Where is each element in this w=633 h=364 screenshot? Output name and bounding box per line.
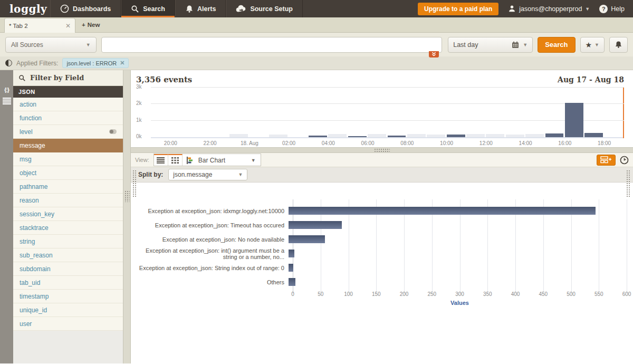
nav-item-source-setup[interactable]: Source Setup bbox=[226, 0, 303, 17]
field-item-timestamp[interactable]: timestamp bbox=[13, 290, 123, 303]
remove-filter-icon[interactable]: ✕ bbox=[120, 60, 124, 66]
barchart-row: Exception at exception_json: idxmgr.logg… bbox=[131, 204, 633, 218]
barchart-category-label: Exception at exception_json: int() argum… bbox=[131, 247, 289, 260]
drag-handle[interactable] bbox=[124, 190, 130, 202]
timeline-y-tick: 0k bbox=[136, 133, 148, 139]
drag-handle[interactable] bbox=[626, 170, 630, 197]
tab-close-icon[interactable]: ✕ bbox=[65, 22, 71, 30]
field-item-unique_id[interactable]: unique_id bbox=[13, 303, 123, 317]
field-label: object bbox=[20, 169, 36, 177]
timeline-ghost-bar bbox=[368, 134, 386, 137]
filters-toggle-icon[interactable] bbox=[5, 60, 12, 66]
expand-query-icon[interactable] bbox=[429, 51, 439, 58]
field-filter-toggle-icon[interactable] bbox=[109, 129, 117, 134]
timeline-y-tick: 3k bbox=[136, 84, 148, 90]
timeline-bar[interactable] bbox=[584, 133, 603, 137]
field-list: actionfunctionlevelmessagemsgobjectpathn… bbox=[13, 98, 123, 331]
field-item-user[interactable]: user bbox=[13, 317, 123, 331]
barchart-bar-zone bbox=[289, 275, 627, 289]
grid-view-button[interactable] bbox=[168, 154, 183, 166]
filter-chip[interactable]: json.level : ERROR ✕ bbox=[62, 58, 129, 68]
timeline-x-tick: 14:00 bbox=[519, 140, 532, 146]
list-view-icon bbox=[157, 157, 165, 164]
timeline-bar[interactable] bbox=[348, 136, 367, 138]
source-selector[interactable]: All Sources ▼ bbox=[5, 37, 97, 53]
field-list-icon[interactable] bbox=[3, 98, 11, 104]
barchart-bar[interactable] bbox=[289, 235, 325, 243]
timeline-bar[interactable] bbox=[565, 103, 583, 137]
list-view-button[interactable] bbox=[154, 154, 168, 166]
drag-handle[interactable] bbox=[132, 170, 137, 197]
search-query-input[interactable] bbox=[101, 37, 442, 53]
barchart-category-label: Exception at exception_json: String inde… bbox=[131, 265, 289, 271]
loggly-logo[interactable]: loggly bbox=[0, 0, 50, 17]
help-icon: ? bbox=[599, 5, 608, 13]
field-label: unique_id bbox=[20, 306, 47, 314]
chevron-down-icon: ▼ bbox=[238, 172, 243, 177]
event-timeline-chart: 0k1k2k3k 20:0022:0018. Aug02:0004:0006:0… bbox=[136, 88, 624, 147]
timeline-bar[interactable] bbox=[309, 136, 327, 137]
magnifier-icon bbox=[131, 5, 139, 13]
field-item-action[interactable]: action bbox=[13, 98, 123, 111]
viewbar-right-cluster bbox=[597, 155, 629, 166]
nav-item-alerts[interactable]: Alerts bbox=[175, 0, 226, 17]
barchart-bar-zone bbox=[289, 261, 627, 275]
field-label: level bbox=[20, 128, 33, 136]
field-item-message[interactable]: message bbox=[13, 139, 123, 152]
user-menu[interactable]: jasons@chopperprod ▼ bbox=[508, 5, 590, 13]
time-range-selector[interactable]: Last day ▼ bbox=[448, 37, 533, 53]
timeline-y-tick: 2k bbox=[136, 100, 148, 106]
barchart-bar[interactable] bbox=[289, 250, 294, 257]
field-item-pathname[interactable]: pathname bbox=[13, 180, 123, 194]
upgrade-button[interactable]: Upgrade to a paid plan bbox=[418, 3, 498, 15]
calendar-icon bbox=[512, 41, 519, 49]
barchart-bar[interactable] bbox=[289, 264, 293, 272]
clock-icon[interactable] bbox=[620, 156, 629, 165]
nav-item-dashboards[interactable]: Dashboards bbox=[50, 0, 121, 17]
tab-active[interactable]: * Tab 2 ✕ bbox=[4, 18, 75, 33]
timeline-bar[interactable] bbox=[545, 133, 564, 137]
barchart-bar[interactable] bbox=[289, 207, 596, 215]
timeline-bar[interactable] bbox=[447, 135, 465, 137]
chevron-down-icon: ▼ bbox=[86, 42, 91, 47]
timeline-x-tick: 06:00 bbox=[361, 140, 375, 146]
field-item-sub_reason[interactable]: sub_reason bbox=[13, 248, 123, 262]
barchart-x-tick: 50 bbox=[318, 291, 323, 297]
add-to-dashboard-button[interactable] bbox=[597, 155, 616, 166]
field-item-reason[interactable]: reason bbox=[13, 194, 123, 207]
chart-type-selector[interactable]: Bar Chart ▼ bbox=[183, 154, 261, 166]
json-view-icon[interactable]: {:} bbox=[4, 87, 9, 93]
field-label: msg bbox=[20, 156, 32, 163]
barchart-category-label: Exception at exception_json: No node ava… bbox=[131, 236, 289, 243]
new-tab-button[interactable]: + New bbox=[75, 17, 106, 32]
field-item-session_key[interactable]: session_key bbox=[13, 207, 123, 221]
field-item-msg[interactable]: msg bbox=[13, 152, 123, 166]
barchart-bar[interactable] bbox=[289, 278, 295, 286]
search-button[interactable]: Search bbox=[538, 37, 575, 53]
timeline-bar[interactable] bbox=[388, 136, 406, 137]
help-menu[interactable]: ? Help bbox=[599, 5, 625, 13]
field-item-object[interactable]: object bbox=[13, 166, 123, 180]
field-item-string[interactable]: string bbox=[13, 235, 123, 248]
barchart-x-tick: 500 bbox=[567, 291, 576, 297]
split-field-selector[interactable]: json.message ▼ bbox=[168, 169, 247, 180]
bell-icon bbox=[615, 41, 622, 49]
sidebar-title: Filter by Field bbox=[30, 74, 84, 82]
field-item-function[interactable]: function bbox=[13, 111, 123, 125]
field-item-tab_uid[interactable]: tab_uid bbox=[13, 276, 123, 290]
field-item-level[interactable]: level bbox=[13, 125, 123, 139]
field-label: timestamp bbox=[20, 293, 49, 300]
field-group-json[interactable]: JSON bbox=[13, 86, 123, 98]
saved-searches-button[interactable]: ★ ▼ bbox=[580, 37, 605, 53]
barchart-rows: Exception at exception_json: idxmgr.logg… bbox=[131, 204, 633, 289]
field-item-subdomain[interactable]: subdomain bbox=[13, 262, 123, 276]
sidebar-resize-handle[interactable] bbox=[123, 70, 131, 363]
barchart-x-tick: 550 bbox=[594, 291, 603, 297]
drag-handle bbox=[374, 148, 390, 152]
events-count: 3,356 events bbox=[136, 75, 192, 84]
nav-item-search[interactable]: Search bbox=[121, 0, 175, 17]
panel-resize-handle[interactable] bbox=[131, 147, 633, 153]
alert-bell-button[interactable] bbox=[609, 37, 628, 53]
barchart-bar[interactable] bbox=[289, 221, 342, 229]
field-item-stacktrace[interactable]: stacktrace bbox=[13, 221, 123, 235]
